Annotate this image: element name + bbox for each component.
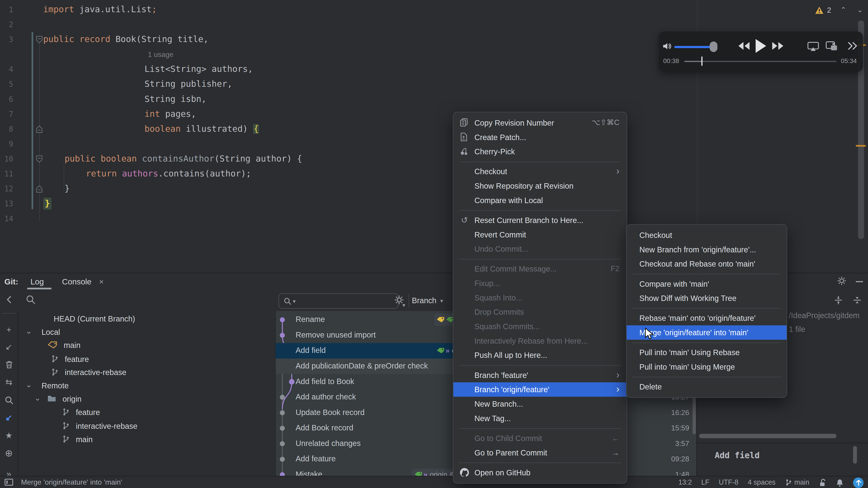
tree-item-main[interactable]: main — [18, 339, 275, 353]
picture-in-picture-icon[interactable] — [825, 41, 838, 52]
update-available-icon[interactable] — [853, 477, 864, 488]
find-icon[interactable] — [0, 393, 18, 408]
tree-item-feature[interactable]: feature — [18, 353, 275, 366]
menu-item-branch-feature[interactable]: Branch 'feature'› — [454, 368, 627, 383]
toolwindow-layout-icon[interactable] — [4, 479, 13, 486]
git-branch-widget[interactable]: main — [785, 479, 809, 486]
menu-item-fixup[interactable]: Fixup... — [454, 276, 627, 291]
menu-item-checkout-and-rebase-onto-main[interactable]: Checkout and Rebase onto 'main' — [627, 257, 786, 271]
menu-item-cherry-pick[interactable]: Cherry-Pick — [454, 144, 627, 159]
collapse-sidebar-icon[interactable] — [5, 295, 13, 304]
code-line[interactable]: 8boolean illustrated) { — [0, 122, 868, 137]
code-line[interactable]: 6String isbn, — [0, 92, 868, 107]
tab-console[interactable]: Console — [62, 277, 91, 286]
menu-item-compare-with-local[interactable]: Compare with Local — [454, 193, 627, 207]
next-problem-icon[interactable]: ⌄ — [857, 5, 863, 14]
menu-item-drop-commits[interactable]: Drop Commits — [454, 305, 627, 319]
chevron-down-icon[interactable]: ⌄ — [26, 326, 32, 335]
menu-item-show-diff-with-working-tree[interactable]: Show Diff with Working Tree — [627, 291, 786, 305]
fold-marker-icon[interactable] — [35, 185, 43, 193]
rewind-icon[interactable] — [737, 41, 751, 51]
tree-item-origin[interactable]: ⌄origin — [18, 393, 275, 406]
tab-log[interactable]: Log — [31, 277, 44, 286]
details-vertical-scrollbar[interactable] — [853, 446, 857, 464]
menu-item-revert-commit[interactable]: Revert Commit — [454, 228, 627, 242]
menu-item-branch-origin-feature[interactable]: Branch 'origin/feature'› — [454, 382, 627, 397]
chevron-down-icon[interactable]: ⌄ — [26, 380, 32, 389]
search-history-caret[interactable]: ▾ — [293, 298, 296, 304]
hide-panel-icon[interactable] — [856, 281, 863, 282]
volume-knob[interactable] — [710, 41, 717, 52]
menu-item-delete[interactable]: Delete — [627, 380, 786, 394]
details-horizontal-scrollbar[interactable] — [699, 434, 836, 438]
filter-search-input[interactable]: ▾ — [278, 293, 399, 309]
airplay-icon[interactable] — [807, 41, 819, 52]
collapse-all-icon[interactable] — [834, 295, 843, 305]
checkout-selected-icon[interactable]: ↙ — [0, 411, 18, 425]
menu-item-show-repository-at-revision[interactable]: Show Repository at Revision — [454, 179, 627, 193]
locate-icon[interactable]: ⊕ — [0, 446, 18, 460]
show-more-icon[interactable]: » — [0, 467, 18, 476]
inspections-widget[interactable]: 2 — [815, 4, 831, 16]
tree-item-head-current-branch[interactable]: HEAD (Current Branch) — [18, 313, 275, 326]
menu-item-checkout[interactable]: Checkout — [627, 228, 786, 242]
code-line[interactable]: 13} — [0, 196, 868, 211]
menu-item-checkout[interactable]: Checkout› — [454, 164, 627, 179]
menu-item-create-patch[interactable]: Create Patch... — [454, 130, 627, 144]
menu-item-rebase-main-onto-origin-feature[interactable]: Rebase 'main' onto 'origin/feature' — [627, 311, 786, 325]
add-icon[interactable]: + — [0, 322, 18, 336]
fold-marker-icon[interactable] — [35, 125, 43, 133]
delete-icon[interactable] — [0, 357, 18, 372]
menu-item-go-to-parent-commit[interactable]: Go to Parent Commit→ — [454, 445, 627, 460]
notifications-bell-icon[interactable] — [836, 478, 844, 487]
menu-item-go-to-child-commit[interactable]: Go to Child Commit← — [454, 431, 627, 446]
menu-item-reset-current-branch-to-here[interactable]: ↺Reset Current Branch to Here... — [454, 213, 627, 228]
code-line[interactable]: 2 — [0, 17, 868, 32]
menu-item-pull-into-main-using-rebase[interactable]: Pull into 'main' Using Rebase — [627, 345, 786, 360]
video-player-overlay[interactable]: 00:38 05:34 — [659, 32, 863, 72]
menu-item-squash-into[interactable]: Squash Into... — [454, 291, 627, 305]
tree-item-local[interactable]: ⌄Local — [18, 326, 275, 339]
speaker-icon[interactable] — [662, 41, 673, 51]
line-separator[interactable]: LF — [702, 479, 710, 486]
tree-item-main[interactable]: main — [18, 433, 275, 447]
more-controls-icon[interactable] — [847, 41, 858, 51]
tree-item-interactive-rebase[interactable]: interactive-rebase — [18, 366, 275, 380]
checkout-arrow-icon[interactable]: ↙ — [0, 340, 18, 354]
code-line[interactable]: 7int pages, — [0, 107, 868, 122]
indent-size[interactable]: 4 spaces — [748, 479, 776, 486]
play-icon[interactable] — [754, 38, 767, 54]
menu-item-interactively-rebase-from-here[interactable]: Interactively Rebase from Here... — [454, 334, 627, 348]
menu-item-new-tag[interactable]: New Tag... — [454, 411, 627, 426]
expand-all-icon[interactable] — [852, 295, 862, 305]
progress-track[interactable] — [684, 61, 836, 62]
apply-patch-icon[interactable]: ⇆ — [0, 375, 18, 390]
fold-marker-icon[interactable] — [35, 155, 43, 163]
code-line[interactable]: 11return authors.contains(author); — [0, 166, 868, 182]
menu-item-pull-into-main-using-merge[interactable]: Pull into 'main' Using Merge — [627, 360, 786, 374]
search-icon[interactable] — [26, 294, 36, 305]
menu-item-open-on-github[interactable]: Open on GitHub — [454, 465, 627, 480]
code-line[interactable]: 5String publisher, — [0, 77, 868, 92]
code-line[interactable]: 12} — [0, 182, 868, 196]
menu-item-undo-commit[interactable]: Undo Commit... — [454, 242, 627, 256]
lock-icon[interactable] — [819, 478, 827, 487]
menu-item-copy-revision-number[interactable]: Copy Revision Number⌥⇧⌘C — [454, 116, 627, 130]
tree-item-feature[interactable]: feature — [18, 406, 275, 420]
code-line[interactable]: 10public boolean containsAuthor(String a… — [0, 152, 868, 166]
volume-bar[interactable] — [674, 46, 712, 48]
menu-item-squash-commits[interactable]: Squash Commits... — [454, 319, 627, 334]
caret-position[interactable]: 13:2 — [678, 479, 692, 486]
menu-item-new-branch-from-origin-feature[interactable]: New Branch from 'origin/feature'... — [627, 242, 786, 257]
prev-problem-icon[interactable]: ⌃ — [840, 5, 846, 14]
tree-item-remote[interactable]: ⌄Remote — [18, 380, 275, 393]
file-encoding[interactable]: UTF-8 — [719, 479, 739, 486]
code-line[interactable]: 1import java.util.List; — [0, 2, 868, 17]
code-line[interactable]: 9 — [0, 137, 868, 152]
menu-item-compare-with-main[interactable]: Compare with 'main' — [627, 276, 786, 291]
menu-item-new-branch[interactable]: New Branch... — [454, 397, 627, 411]
close-icon[interactable]: × — [99, 277, 104, 286]
gear-icon[interactable] — [837, 276, 846, 286]
favorites-star-icon[interactable]: ★ — [0, 428, 18, 443]
fast-forward-icon[interactable] — [771, 41, 784, 51]
